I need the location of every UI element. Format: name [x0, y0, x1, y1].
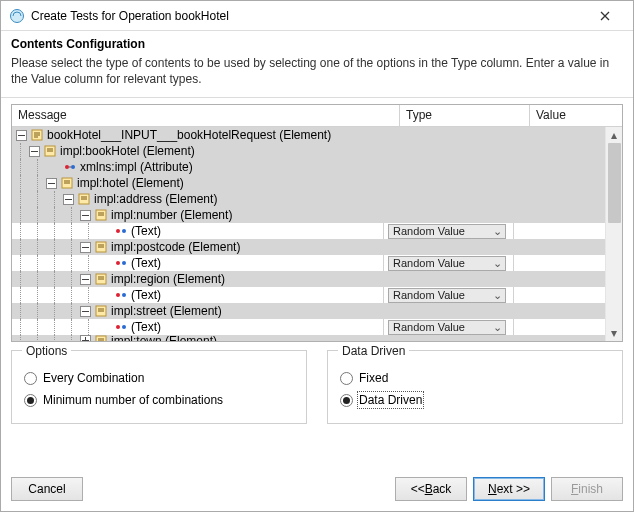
app-icon: [9, 8, 25, 24]
scroll-thumb[interactable]: [608, 143, 621, 223]
svg-point-0: [11, 9, 24, 22]
radio-icon: [24, 394, 37, 407]
page-description: Please select the type of contents to be…: [11, 55, 623, 87]
finish-button: Finish: [551, 477, 623, 501]
node-label: impl:hotel (Element): [77, 176, 184, 190]
radio-icon: [24, 372, 37, 385]
svg-point-12: [122, 261, 126, 265]
tree-row[interactable]: impl:hotel (Element): [12, 175, 605, 191]
radio-label: Every Combination: [43, 371, 144, 385]
chevron-down-icon: ⌄: [489, 321, 505, 334]
node-label: bookHotel___INPUT___bookHotelRequest (El…: [47, 128, 331, 142]
column-header-value[interactable]: Value: [530, 105, 622, 126]
titlebar: Create Tests for Operation bookHotel: [1, 1, 633, 31]
column-header-message[interactable]: Message: [12, 105, 400, 126]
svg-point-15: [122, 293, 126, 297]
cancel-button[interactable]: Cancel: [11, 477, 83, 501]
tree-row[interactable]: impl:street (Element): [12, 303, 605, 319]
svg-point-4: [71, 165, 75, 169]
collapse-icon[interactable]: [80, 242, 91, 253]
collapse-icon[interactable]: [63, 194, 74, 205]
node-label: impl:street (Element): [111, 304, 222, 318]
back-button[interactable]: << Back: [395, 477, 467, 501]
tree-row[interactable]: (Text) Random Value⌄: [12, 255, 605, 271]
node-label: impl:town (Element): [111, 335, 217, 341]
grid-header: Message Type Value: [12, 105, 622, 127]
node-label: impl:number (Element): [111, 208, 232, 222]
vertical-scrollbar[interactable]: ▴ ▾: [605, 127, 622, 341]
radio-data-driven[interactable]: Data Driven: [340, 389, 612, 411]
tree-row[interactable]: xmlns:impl (Attribute): [12, 159, 605, 175]
scroll-down-icon[interactable]: ▾: [607, 325, 622, 341]
tree-row[interactable]: impl:region (Element): [12, 271, 605, 287]
text-icon: [114, 256, 128, 270]
tree-row[interactable]: (Text) Random Value⌄: [12, 287, 605, 303]
tree-row[interactable]: bookHotel___INPUT___bookHotelRequest (El…: [12, 127, 605, 143]
node-label: (Text): [131, 256, 161, 270]
tree-row[interactable]: (Text) Random Value⌄: [12, 319, 605, 335]
svg-point-17: [116, 325, 120, 329]
data-driven-group-label: Data Driven: [338, 344, 409, 358]
svg-point-18: [122, 325, 126, 329]
radio-fixed[interactable]: Fixed: [340, 367, 612, 389]
collapse-icon[interactable]: [16, 130, 27, 141]
node-label: impl:region (Element): [111, 272, 225, 286]
element-icon: [94, 272, 108, 286]
element-icon: [30, 128, 44, 142]
page-title: Contents Configuration: [11, 37, 623, 51]
collapse-icon[interactable]: [80, 210, 91, 221]
tree-row[interactable]: (Text) Random Value⌄: [12, 223, 605, 239]
svg-point-11: [116, 261, 120, 265]
radio-minimum-combinations[interactable]: Minimum number of combinations: [24, 389, 296, 411]
node-label: impl:address (Element): [94, 192, 217, 206]
value-cell[interactable]: [513, 319, 605, 335]
node-label: (Text): [131, 224, 161, 238]
element-icon: [94, 240, 108, 254]
node-label: (Text): [131, 320, 161, 334]
radio-label: Data Driven: [359, 393, 422, 407]
scroll-up-icon[interactable]: ▴: [607, 127, 622, 143]
radio-label: Minimum number of combinations: [43, 393, 223, 407]
radio-icon: [340, 372, 353, 385]
tree-row[interactable]: impl:bookHotel (Element): [12, 143, 605, 159]
text-icon: [114, 320, 128, 334]
tree-row[interactable]: impl:address (Element): [12, 191, 605, 207]
expand-icon[interactable]: [80, 335, 91, 341]
element-icon: [60, 176, 74, 190]
options-group: Options Every Combination Minimum number…: [11, 350, 307, 424]
wizard-button-bar: Cancel << Back Next >> Finish: [1, 467, 633, 511]
contents-grid: Message Type Value bookHotel___INPUT___b…: [11, 104, 623, 342]
element-icon: [77, 192, 91, 206]
node-label: impl:bookHotel (Element): [60, 144, 195, 158]
data-driven-group: Data Driven Fixed Data Driven: [327, 350, 623, 424]
radio-every-combination[interactable]: Every Combination: [24, 367, 296, 389]
chevron-down-icon: ⌄: [489, 289, 505, 302]
next-button[interactable]: Next >>: [473, 477, 545, 501]
value-cell[interactable]: [513, 223, 605, 239]
options-group-label: Options: [22, 344, 71, 358]
tree-row[interactable]: impl:postcode (Element): [12, 239, 605, 255]
type-dropdown[interactable]: Random Value⌄: [388, 320, 506, 335]
wizard-header: Contents Configuration Please select the…: [1, 31, 633, 97]
collapse-icon[interactable]: [46, 178, 57, 189]
column-header-type[interactable]: Type: [400, 105, 530, 126]
svg-point-14: [116, 293, 120, 297]
svg-point-8: [116, 229, 120, 233]
type-dropdown[interactable]: Random Value⌄: [388, 256, 506, 271]
collapse-icon[interactable]: [29, 146, 40, 157]
collapse-icon[interactable]: [80, 306, 91, 317]
type-dropdown[interactable]: Random Value⌄: [388, 288, 506, 303]
value-cell[interactable]: [513, 287, 605, 303]
value-cell[interactable]: [513, 255, 605, 271]
tree-row[interactable]: impl:number (Element): [12, 207, 605, 223]
close-button[interactable]: [585, 2, 625, 30]
svg-point-9: [122, 229, 126, 233]
collapse-icon[interactable]: [80, 274, 91, 285]
node-label: (Text): [131, 288, 161, 302]
type-dropdown[interactable]: Random Value⌄: [388, 224, 506, 239]
element-icon: [94, 208, 108, 222]
radio-icon: [340, 394, 353, 407]
node-label: xmlns:impl (Attribute): [80, 160, 193, 174]
tree-row[interactable]: impl:town (Element): [12, 335, 605, 341]
element-icon: [94, 304, 108, 318]
